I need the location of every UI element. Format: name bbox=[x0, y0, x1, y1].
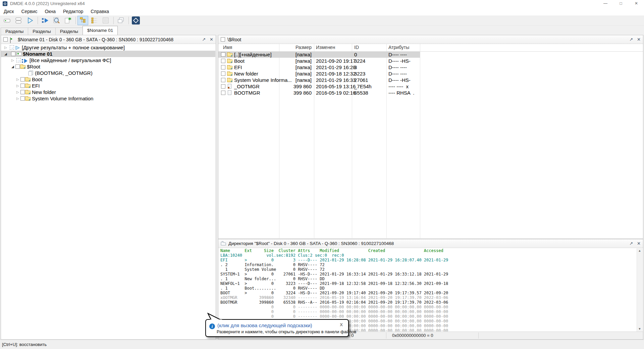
column-id[interactable]: ID bbox=[354, 45, 359, 50]
directory-listing-line[interactable]: 0 0 -------- 0000-00-00 00:00:00 0000-00… bbox=[220, 309, 448, 314]
scroll-down-icon[interactable]: ▼ bbox=[637, 327, 642, 332]
disks-icon[interactable] bbox=[13, 16, 24, 25]
close-panel-icon[interactable]: ✕ bbox=[637, 241, 641, 246]
new-scan-icon[interactable] bbox=[62, 16, 73, 25]
file-row-ootmgr[interactable]: _OOTMGR 399 860 2016-05-19 13:16 _7E54h … bbox=[218, 83, 420, 90]
tree-item-bootmgr-group[interactable]: (BOOTMGR, _OOTMGR) bbox=[1, 70, 215, 76]
directory-listing-line[interactable]: 0 0 -------- 0000-00-00 00:00:00 0000-00… bbox=[220, 305, 448, 309]
menu-editor[interactable]: Редактор bbox=[59, 8, 87, 15]
tree-item-all-found[interactable]: ▷ → [Все найденные / виртуальная ФС] bbox=[1, 57, 215, 63]
expand-icon[interactable]: ▷ bbox=[16, 96, 19, 101]
minimize-button[interactable]: — bbox=[598, 0, 613, 7]
close-button[interactable]: ✕ bbox=[629, 0, 644, 7]
column-divider[interactable] bbox=[420, 44, 420, 238]
checkbox[interactable] bbox=[221, 78, 225, 82]
rescan-icon: → bbox=[16, 58, 21, 62]
tree-item-root[interactable]: ◢ $Root bbox=[1, 63, 215, 70]
checkbox[interactable] bbox=[3, 37, 8, 42]
directory-listing-line[interactable]: SYSTEM~1 > 0 27061 -HS-D--- 2021-01-29 1… bbox=[220, 272, 448, 277]
checkbox[interactable] bbox=[20, 84, 25, 88]
files-icon bbox=[28, 70, 34, 77]
column-attrs[interactable]: Атрибуты bbox=[388, 45, 409, 50]
directory-listing-line[interactable]: . 2 Information. 0 RHSV---- 72 bbox=[220, 262, 448, 267]
file-row-boot[interactable]: Boot [папка] 2021-09-20 19:17 3224 D----… bbox=[218, 58, 420, 64]
tree-item-noname-01[interactable]: ◢ $Noname 01 bbox=[1, 51, 215, 57]
tree-item-system-volume-information[interactable]: ▷ System Volume Information bbox=[1, 95, 215, 102]
checkbox[interactable] bbox=[221, 52, 225, 57]
checkbox[interactable] bbox=[11, 52, 15, 56]
tooltip-description: Разверните и нажмите, чтобы открыть дире… bbox=[217, 329, 356, 334]
checkbox[interactable] bbox=[20, 90, 25, 94]
column-name[interactable]: Имя bbox=[223, 45, 232, 50]
list-view-icon[interactable] bbox=[89, 16, 100, 25]
checkbox[interactable] bbox=[15, 64, 20, 69]
checkbox[interactable] bbox=[221, 65, 225, 69]
tab-noname-01[interactable]: $Noname 01 bbox=[83, 26, 118, 35]
vertical-scrollbar[interactable]: ▲ ▼ bbox=[637, 248, 643, 332]
windows-icon[interactable] bbox=[115, 16, 126, 25]
directory-listing-line[interactable]: EFI > 0 3 ----D--- 2021-01-29 16:28:08 2… bbox=[220, 258, 448, 262]
column-size[interactable]: Размер bbox=[279, 45, 312, 50]
tree-view-icon[interactable] bbox=[77, 16, 88, 25]
directory-listing-line[interactable]: . 1 Boot......... 0 RHSV---- DD bbox=[220, 286, 448, 291]
detach-icon[interactable]: ↗ bbox=[202, 37, 206, 42]
toolbar-separator bbox=[113, 17, 114, 24]
directory-listing-line[interactable]: . 1 New folder... 0 RHSV---- DD bbox=[220, 277, 448, 281]
checkbox[interactable] bbox=[221, 91, 225, 95]
checkbox[interactable] bbox=[221, 59, 225, 63]
column-modified[interactable]: Изменен bbox=[316, 45, 335, 50]
collapse-icon[interactable]: ◢ bbox=[11, 64, 14, 69]
directory-listing-line[interactable]: NEWFOL~1 > 0 3223 ----D--- 2021-09-18 12… bbox=[220, 281, 448, 286]
tab-partitions-2[interactable]: Разделы bbox=[28, 28, 55, 35]
expand-icon[interactable]: ▷ bbox=[16, 90, 19, 94]
expand-icon[interactable]: ▷ bbox=[16, 77, 19, 82]
maximize-button[interactable]: □ bbox=[613, 0, 629, 7]
menu-help[interactable]: Справка bbox=[87, 8, 113, 15]
directory-listing-line[interactable]: LBA:10240 vol.sec:8192 Clus:2 sec:0 rec:… bbox=[220, 253, 448, 258]
tree-item-efi[interactable]: ▷ EFI bbox=[1, 83, 215, 89]
status-value-2: 0x000000000000 = 0 bbox=[392, 333, 433, 338]
tooltip-title[interactable]: (клик для вызова следующей подсказки) bbox=[217, 322, 312, 328]
close-panel-icon[interactable]: ✕ bbox=[210, 37, 213, 42]
checkbox[interactable] bbox=[221, 84, 225, 89]
dmde-logo-button[interactable] bbox=[130, 16, 141, 25]
checkbox[interactable] bbox=[20, 77, 25, 82]
file-panel: \$Root ↗ ✕ Имя Размер Изменен ID Атрибут… bbox=[218, 35, 643, 239]
menu-service[interactable]: Сервис bbox=[17, 8, 41, 15]
tree-item-new-folder[interactable]: ▷ New folder bbox=[1, 89, 215, 95]
menu-windows[interactable]: Окна bbox=[41, 8, 59, 15]
tree-item-other-results[interactable]: ▷ → [Другие результаты + полное сканиров… bbox=[1, 44, 215, 51]
directory-listing-line[interactable]: Name Ext Size Cluster Attrs Modified Cre… bbox=[220, 248, 448, 253]
goto-icon[interactable] bbox=[40, 16, 50, 25]
directory-listing-line[interactable]: BOOTMGR 399860 65538 RHS--A-- 2016-05-19… bbox=[220, 300, 448, 305]
file-row-efi[interactable]: EFI [папка] 2021-01-29 16:28 3 D---- ---… bbox=[218, 64, 420, 70]
file-row-system-volume-information[interactable]: System Volume Informa... [папка] 2021-01… bbox=[218, 77, 420, 83]
expand-icon[interactable]: ▷ bbox=[11, 58, 14, 62]
tab-partitions-1[interactable]: Разделы bbox=[1, 28, 28, 35]
hex-view-icon[interactable] bbox=[100, 16, 111, 25]
file-row-updir[interactable]: [..][+найденные] [папка] 0 D---- ---- bbox=[218, 51, 420, 58]
expand-icon[interactable]: ▷ bbox=[16, 84, 19, 88]
directory-listing-line[interactable]: 0 0 -------- 0000-00-00 00:00:00 0000-00… bbox=[220, 314, 448, 319]
search-icon[interactable] bbox=[51, 16, 62, 25]
tab-partitions-3[interactable]: Разделы bbox=[55, 28, 83, 35]
detach-icon[interactable]: ↗ bbox=[629, 241, 633, 246]
file-row-bootmgr[interactable]: BOOTMGR 399 860 2016-05-19 02:16 65538 -… bbox=[218, 90, 420, 96]
scroll-up-icon[interactable]: ▲ bbox=[637, 248, 642, 253]
directory-listing-line[interactable]: BOOT > 0 3224 -HS-D--- 2021-09-20 19:17:… bbox=[220, 291, 448, 295]
directory-listing-line[interactable]: xOOTMGR 399860 32340 -------- 2016-05-19… bbox=[220, 295, 448, 300]
continue-icon[interactable] bbox=[24, 16, 35, 25]
expand-icon[interactable]: ▷ bbox=[4, 45, 7, 50]
file-row-new-folder[interactable]: New folder [папка] 2021-09-18 12:32 3223… bbox=[218, 70, 420, 77]
close-panel-icon[interactable]: ✕ bbox=[637, 37, 641, 42]
partition-icon[interactable] bbox=[2, 16, 12, 25]
detach-icon[interactable]: ↗ bbox=[629, 37, 633, 42]
tooltip-close-icon[interactable]: X bbox=[340, 322, 343, 327]
checkbox[interactable] bbox=[221, 71, 225, 76]
directory-listing-line[interactable]: 1 System Volume 0 RHSV---- 72 bbox=[220, 267, 448, 272]
tree-item-boot[interactable]: ▷ Boot bbox=[1, 76, 215, 83]
checkbox[interactable] bbox=[221, 37, 225, 42]
collapse-icon[interactable]: ◢ bbox=[4, 52, 7, 56]
menu-disk[interactable]: Диск bbox=[0, 8, 17, 15]
checkbox[interactable] bbox=[20, 96, 25, 101]
